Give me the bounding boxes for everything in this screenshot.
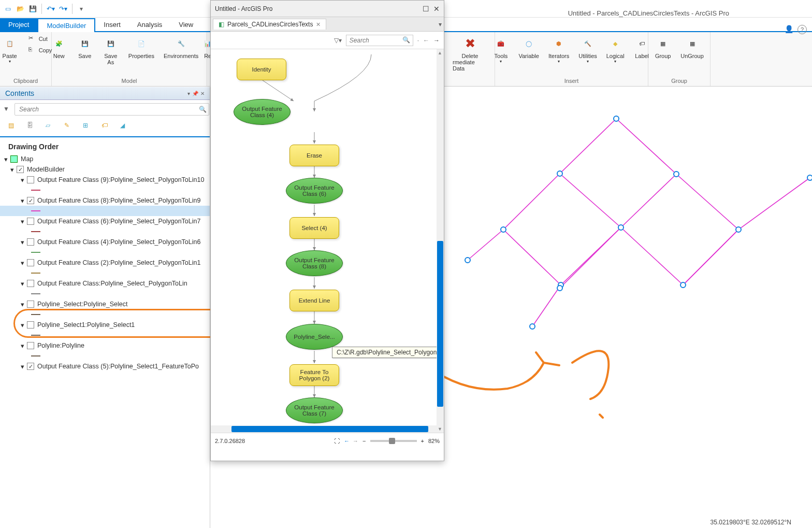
hscroll-thumb[interactable] [231, 426, 428, 432]
search-icon[interactable]: 🔍 [402, 36, 410, 44]
node-extend-line[interactable]: Extend Line [289, 290, 339, 311]
snapping-icon[interactable]: ⊞ [83, 122, 94, 133]
nav-fwd-icon[interactable]: → [433, 37, 440, 44]
nav-back-icon[interactable]: ← [423, 37, 429, 44]
scroll-thumb[interactable] [437, 241, 443, 407]
checkbox[interactable] [27, 259, 34, 266]
tab-modelbuilder[interactable]: ModelBuilder [37, 18, 95, 32]
saveas-button[interactable]: 💾Save As [99, 34, 122, 66]
toc-layer-item[interactable]: ▾ Polyline_Select1:Polyline_Select1 [0, 320, 210, 330]
scroll-up-icon[interactable]: ▲ [438, 50, 442, 55]
contents-search-input[interactable] [15, 103, 209, 116]
properties-button[interactable]: 📄Properties [125, 34, 157, 60]
redo-icon[interactable]: ↷▾ [59, 4, 68, 13]
data-source-icon[interactable]: 🗄 [27, 122, 38, 133]
new-project-icon[interactable]: ▭ [3, 4, 12, 13]
toc-symbol-row[interactable] [0, 289, 210, 299]
node-ofc7[interactable]: Output Feature Class (7) [286, 397, 343, 423]
pane-pin-icon[interactable]: 📌 [192, 91, 198, 96]
labeling-icon[interactable]: 🏷 [102, 122, 113, 133]
tools-button[interactable]: 🧰Tools▾ [489, 34, 512, 65]
checkbox[interactable] [27, 342, 34, 349]
toc-symbol-row[interactable] [0, 247, 210, 258]
paste-button[interactable]: 📋 Paste▾ [0, 34, 21, 65]
pane-dropdown-icon[interactable]: ▾ [187, 91, 190, 96]
toc-layer-item[interactable]: ▾ Output Feature Class (8):Polyline_Sele… [0, 195, 210, 206]
utilities-button[interactable]: 🔨Utilities▾ [575, 34, 600, 65]
filter-icon[interactable]: ▼ [3, 105, 11, 113]
node-polyline-sel[interactable]: Polyline_Sele... [286, 324, 343, 350]
node-select4[interactable]: Select (4) [289, 217, 339, 239]
mb-maximize-icon[interactable]: ☐ [423, 5, 429, 13]
undo-icon[interactable]: ↶▾ [46, 4, 55, 13]
checkbox[interactable] [27, 197, 34, 204]
node-ofc6[interactable]: Output Feature Class (6) [286, 178, 343, 204]
search-icon[interactable]: 🔍 [199, 106, 207, 113]
toc-layer-item[interactable]: ▾ Polyline:Polyline [0, 340, 210, 351]
group-button[interactable]: ▦Group [651, 34, 674, 60]
variable-button[interactable]: ◯Variable [515, 34, 542, 60]
toc-layer-item[interactable]: ▾ Output Feature Class:Polyline_Select_P… [0, 278, 210, 289]
toc-symbol-row[interactable] [0, 206, 210, 216]
help-icon[interactable]: ? [798, 25, 807, 34]
mb-tab[interactable]: ◧ Parcels_CADLinesCirclesTexts ✕ [213, 19, 326, 30]
logical-button[interactable]: ◆Logical▾ [603, 34, 628, 65]
tab-analysis[interactable]: Analysis [129, 18, 170, 31]
toc-tree[interactable]: ▾ Map ▾ ModelBuilder ▾ Output Feature Cl… [0, 153, 210, 528]
project-tab[interactable]: Project [0, 18, 37, 31]
tab-insert[interactable]: Insert [95, 18, 129, 31]
toc-layer-item[interactable]: ▾ Output Feature Class (5):Polyline_Sele… [0, 361, 210, 372]
node-identity[interactable]: Identity [237, 59, 286, 80]
drawing-order-icon[interactable]: ▤ [8, 122, 20, 133]
toc-symbol-row[interactable] [0, 372, 210, 382]
checkbox[interactable] [27, 238, 34, 246]
filter-icon[interactable]: ▽▾ [334, 37, 342, 44]
checkbox[interactable] [27, 280, 34, 287]
toc-symbol-row[interactable] [0, 309, 210, 320]
zoom-in-icon[interactable]: + [421, 438, 424, 444]
pane-close-icon[interactable]: ✕ [200, 91, 205, 96]
toc-symbol-row[interactable] [0, 185, 210, 195]
checkbox[interactable] [17, 166, 24, 173]
toc-map[interactable]: ▾ Map [0, 154, 210, 164]
node-ofc4[interactable]: Output Feature Class (4) [234, 99, 291, 125]
toc-layer-item[interactable]: ▾ Output Feature Class (6):Polyline_Sele… [0, 216, 210, 226]
zoom-out-icon[interactable]: − [363, 438, 366, 444]
zoom-slider[interactable] [370, 440, 417, 442]
save-icon[interactable]: 💾 [28, 4, 37, 13]
save-button[interactable]: 💾Save [74, 34, 96, 60]
perspective-icon[interactable]: ◢ [120, 122, 132, 133]
iterators-button[interactable]: ⬢Iterators▾ [545, 34, 572, 65]
toc-symbol-row[interactable] [0, 268, 210, 278]
toc-layer-item[interactable]: ▾ Output Feature Class (4):Polyline_Sele… [0, 237, 210, 247]
checkbox[interactable] [27, 321, 34, 329]
tabstrip-menu-icon[interactable]: ▾ [439, 21, 442, 28]
toc-symbol-row[interactable] [0, 351, 210, 361]
user-icon[interactable]: 👤 [785, 25, 793, 34]
checkbox[interactable] [27, 301, 34, 308]
checkbox[interactable] [27, 176, 34, 183]
mb-canvas[interactable]: Identity Output Feature Class (4) Erase … [211, 49, 444, 433]
mb-vscroll[interactable]: ▲ ▼ [437, 49, 444, 433]
node-ofc8[interactable]: Output Feature Class (8) [286, 250, 343, 276]
scroll-down-icon[interactable]: ▼ [438, 426, 442, 432]
ungroup-button[interactable]: ▦UnGroup [677, 34, 707, 60]
open-icon[interactable]: 📂 [16, 4, 25, 13]
editing-icon[interactable]: ✎ [64, 122, 76, 133]
nav-prev-icon[interactable]: ← [344, 438, 350, 444]
toc-layer-item[interactable]: ▾ Polyline_Select:Polyline_Select [0, 299, 210, 309]
toc-layer-item[interactable]: ▾ Output Feature Class (9):Polyline_Sele… [0, 175, 210, 185]
toc-layer-item[interactable]: ▾ Output Feature Class (2):Polyline_Sele… [0, 258, 210, 268]
tab-close-icon[interactable]: ✕ [316, 21, 321, 28]
nav-next-icon[interactable]: → [353, 438, 358, 444]
mb-close-icon[interactable]: ✕ [433, 5, 440, 13]
delete-button[interactable]: ✖ Delete rmediate Data [450, 34, 490, 73]
new-button[interactable]: 🧩New [48, 34, 70, 60]
tab-view[interactable]: View [170, 18, 201, 31]
qat-more-icon[interactable]: ▾ [77, 4, 86, 13]
checkbox[interactable] [27, 363, 34, 370]
checkbox[interactable] [27, 218, 34, 225]
node-erase[interactable]: Erase [289, 145, 339, 166]
selection-icon[interactable]: ▱ [46, 122, 57, 133]
toc-symbol-row[interactable] [0, 226, 210, 237]
